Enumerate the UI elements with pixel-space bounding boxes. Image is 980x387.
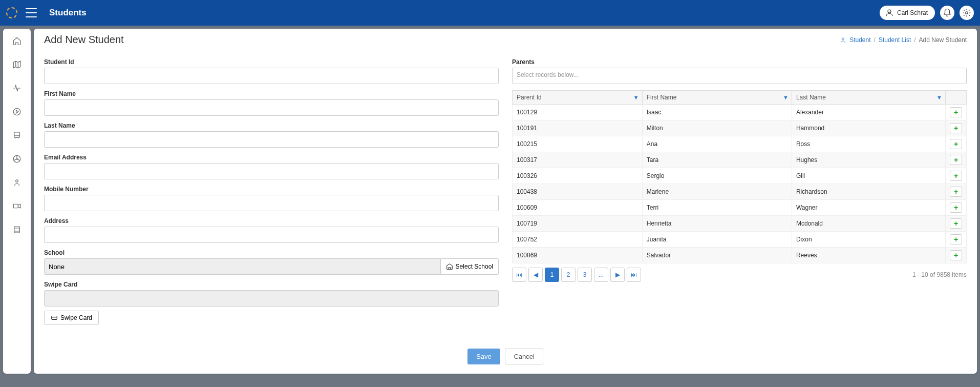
cell-first-name: Milton <box>642 120 792 136</box>
notifications-button[interactable] <box>940 6 954 20</box>
sidebar-item-reports[interactable] <box>11 223 23 236</box>
svg-point-5 <box>16 158 18 160</box>
pager: ⏮ ◀ 123... ▶ ⏭ 1 - 10 of 9858 items <box>512 268 967 282</box>
save-button[interactable]: Save <box>467 349 500 364</box>
add-parent-button[interactable]: + <box>950 123 962 133</box>
activity-icon <box>12 84 22 93</box>
table-row: 100609TerriWagner+ <box>513 200 967 216</box>
school-field <box>44 258 441 275</box>
cell-first-name: Henrietta <box>642 216 792 232</box>
label-student-id: Student Id <box>44 58 499 66</box>
gear-icon <box>962 8 971 17</box>
cancel-button[interactable]: Cancel <box>505 349 543 364</box>
home-icon <box>12 36 22 46</box>
table-row: 100129IsaacAlexander+ <box>513 105 967 120</box>
col-first-name[interactable]: First Name ▼ <box>642 91 792 105</box>
filter-icon[interactable]: ▼ <box>936 94 942 100</box>
svg-point-2 <box>13 108 20 115</box>
cell-first-name: Sergio <box>642 168 792 184</box>
cell-last-name: Richardson <box>792 184 945 200</box>
add-parent-button[interactable]: + <box>950 218 962 229</box>
cell-first-name: Isaac <box>642 105 792 120</box>
pager-last[interactable]: ⏭ <box>627 268 641 282</box>
cell-last-name: Alexander <box>792 105 945 120</box>
page-title: Add New Student <box>44 34 124 46</box>
bus-icon <box>12 131 22 140</box>
label-first-name: First Name <box>44 90 499 97</box>
table-row: 100191MiltonHammond+ <box>513 120 967 136</box>
mobile-field[interactable] <box>44 195 499 211</box>
sidebar-item-activity[interactable] <box>11 82 23 94</box>
cell-parent-id: 100326 <box>513 168 643 184</box>
user-chip[interactable]: Carl Schrat <box>880 6 935 20</box>
card-icon <box>51 314 58 321</box>
pager-page[interactable]: 2 <box>561 268 576 282</box>
pager-next[interactable]: ▶ <box>610 268 625 282</box>
add-parent-button[interactable]: + <box>950 171 962 181</box>
breadcrumb-student-list[interactable]: Student List <box>879 36 911 44</box>
label-mobile: Mobile Number <box>44 186 499 193</box>
first-name-field[interactable] <box>44 99 499 116</box>
pager-info: 1 - 10 of 9858 items <box>912 271 967 278</box>
sidebar-item-map[interactable] <box>11 58 23 71</box>
sidebar-item-driver[interactable] <box>11 153 23 165</box>
student-id-field[interactable] <box>44 68 499 84</box>
address-field[interactable] <box>44 227 499 243</box>
cell-last-name: Ross <box>792 136 945 152</box>
play-icon <box>12 107 22 116</box>
parents-multiselect[interactable]: Select records below... <box>512 68 967 84</box>
breadcrumb-student[interactable]: Student <box>849 36 870 44</box>
steering-icon <box>12 154 22 164</box>
cell-first-name: Tara <box>642 152 792 168</box>
svg-rect-10 <box>52 316 57 320</box>
label-swipe-card: Swipe Card <box>44 281 499 288</box>
pager-prev[interactable]: ◀ <box>528 268 543 282</box>
settings-button[interactable] <box>960 6 974 20</box>
table-row: 100215AnaRoss+ <box>513 136 967 152</box>
add-parent-button[interactable]: + <box>950 234 962 245</box>
add-parent-button[interactable]: + <box>950 187 962 197</box>
menu-toggle-button[interactable] <box>26 8 37 17</box>
map-icon <box>12 60 22 69</box>
label-last-name: Last Name <box>44 122 499 129</box>
add-parent-button[interactable]: + <box>950 107 962 117</box>
svg-point-9 <box>842 37 844 39</box>
filter-icon[interactable]: ▼ <box>783 94 789 100</box>
sidebar-item-home[interactable] <box>11 35 23 47</box>
cell-parent-id: 100752 <box>513 232 643 248</box>
col-action <box>946 91 967 105</box>
add-parent-button[interactable]: + <box>950 155 962 165</box>
pager-page[interactable]: ... <box>594 268 608 282</box>
email-field[interactable] <box>44 163 499 179</box>
pager-page[interactable]: 1 <box>545 268 559 282</box>
bell-icon <box>943 8 952 17</box>
sidebar-item-bus[interactable] <box>11 129 23 141</box>
cell-parent-id: 100191 <box>513 120 643 136</box>
pager-page[interactable]: 3 <box>578 268 592 282</box>
add-parent-button[interactable]: + <box>950 139 962 149</box>
panel-header: Add New Student Student / Student List /… <box>34 29 977 51</box>
table-row: 100869SalvadorReeves+ <box>513 248 967 263</box>
add-parent-button[interactable]: + <box>950 250 962 260</box>
table-row: 100752JuanitaDixon+ <box>513 232 967 248</box>
topbar-title: Students <box>49 8 87 18</box>
label-school: School <box>44 249 499 256</box>
pager-first[interactable]: ⏮ <box>512 268 526 282</box>
sidebar-item-video[interactable] <box>11 200 23 212</box>
table-row: 100317TaraHughes+ <box>513 152 967 168</box>
sidebar-item-students[interactable] <box>11 176 23 189</box>
breadcrumb: Student / Student List / Add New Student <box>839 36 967 44</box>
filter-icon[interactable]: ▼ <box>633 94 639 100</box>
select-school-button[interactable]: Select School <box>441 258 499 275</box>
cell-last-name: Hughes <box>792 152 945 168</box>
table-row: 100326SergioGill+ <box>513 168 967 184</box>
col-last-name[interactable]: Last Name ▼ <box>792 91 945 105</box>
label-email: Email Address <box>44 154 499 161</box>
col-parent-id[interactable]: Parent Id ▼ <box>513 91 643 105</box>
form-actions: Save Cancel <box>34 341 977 374</box>
last-name-field[interactable] <box>44 131 499 148</box>
add-parent-button[interactable]: + <box>950 202 962 213</box>
cell-last-name: Dixon <box>792 232 945 248</box>
sidebar-item-play[interactable] <box>11 106 23 118</box>
swipe-card-button[interactable]: Swipe Card <box>44 311 99 325</box>
